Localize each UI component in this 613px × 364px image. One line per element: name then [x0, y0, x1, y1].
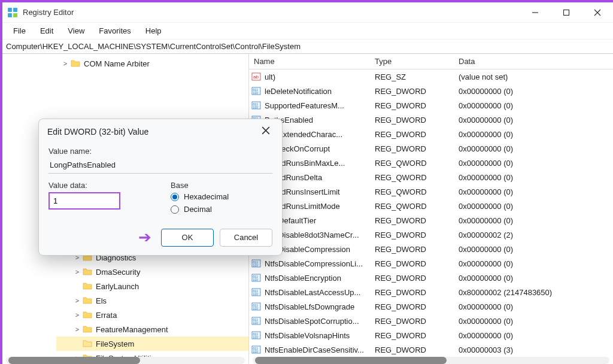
- registry-value-row[interactable]: 011110NtfsDisableSpotCorruptio... REG_DW…: [249, 314, 613, 328]
- registry-value-row[interactable]: 011110NtfsDisableCompression REG_DWORD 0…: [249, 242, 613, 256]
- value-type: REG_DWORD: [375, 317, 459, 326]
- chevron-right-icon[interactable]: >: [73, 311, 81, 318]
- value-data: 0x80000002 (2147483650): [459, 288, 613, 297]
- tree-item-label: FeatureManagement: [96, 325, 168, 334]
- registry-value-row[interactable]: 011110NtfsDisableLastAccessUp... REG_DWO…: [249, 285, 613, 299]
- value-name: NtfsDisableEncryption: [265, 274, 341, 283]
- tree-item[interactable]: >COM Name Arbiter: [56, 56, 248, 71]
- value-data: 0x00000000 (0): [459, 216, 613, 225]
- dialog-close-button[interactable]: [258, 125, 274, 138]
- registry-value-row[interactable]: 011110ugcheckOnCorrupt REG_DWORD 0x00000…: [249, 141, 613, 156]
- chevron-right-icon[interactable]: >: [73, 326, 81, 333]
- tree-item[interactable]: >Els: [56, 293, 248, 308]
- tree-item-label: EarlyLaunch: [96, 282, 139, 291]
- svg-text:110: 110: [253, 335, 259, 339]
- value-data: 0x00000000 (0): [459, 202, 613, 211]
- radio-decimal[interactable]: Decimal: [171, 205, 272, 214]
- value-data: 0x00000000 (0): [459, 101, 613, 110]
- cancel-button[interactable]: Cancel: [220, 229, 272, 247]
- registry-value-row[interactable]: abult) REG_SZ (value not set): [249, 69, 613, 84]
- value-type: REG_SZ: [375, 72, 459, 81]
- tree-item[interactable]: FileSystem: [56, 336, 248, 351]
- tree-item-label: FileSystem: [96, 339, 134, 348]
- value-data: 0x00000002 (2): [459, 230, 613, 239]
- tree-item[interactable]: >Errata: [56, 308, 248, 322]
- column-type[interactable]: Type: [375, 57, 459, 66]
- registry-value-row[interactable]: 011110achedRunsLimitMode REG_QWORD 0x000…: [249, 199, 613, 213]
- menu-help[interactable]: Help: [138, 24, 169, 38]
- registry-value-row[interactable]: 011110NtfsDisableVolsnapHints REG_DWORD …: [249, 328, 613, 342]
- registry-value-row[interactable]: 011110NtfsDefaultTier REG_DWORD 0x000000…: [249, 213, 613, 228]
- registry-value-row[interactable]: 011110NtfsDisableEncryption REG_DWORD 0x…: [249, 271, 613, 285]
- registry-value-row[interactable]: 011110achedRunsDelta REG_QWORD 0x0000000…: [249, 170, 613, 184]
- value-name: leDeleteNotification: [265, 87, 332, 96]
- value-data: 0x00000000 (0): [459, 259, 613, 268]
- value-data: 0x00000000 (0): [459, 274, 613, 283]
- svg-text:110: 110: [253, 307, 259, 310]
- value-data: 0x00000000 (0): [459, 317, 613, 326]
- maximize-button[interactable]: [556, 4, 577, 21]
- value-type: REG_DWORD: [375, 130, 459, 139]
- menu-favorites[interactable]: Favorites: [92, 24, 138, 38]
- ok-button[interactable]: OK: [161, 229, 214, 247]
- menu-file[interactable]: File: [6, 24, 33, 38]
- value-data: 0x00000000 (0): [459, 144, 613, 153]
- value-type: REG_QWORD: [375, 173, 459, 182]
- value-data: 0x00000000 (0): [459, 87, 613, 96]
- value-data: 0x00000000 (0): [459, 173, 613, 182]
- value-type: REG_DWORD: [375, 274, 459, 283]
- value-name: NtfsDisableSpotCorruptio...: [265, 317, 359, 326]
- list-pane: Name Type Data abult) REG_SZ (value not …: [249, 54, 613, 364]
- svg-text:110: 110: [253, 292, 259, 296]
- edit-dword-dialog: Edit DWORD (32-bit) Value Value name: Lo…: [38, 119, 283, 256]
- registry-value-row[interactable]: 011110PathsEnabled REG_DWORD 0x00000000 …: [249, 113, 613, 127]
- tree-item-label: Els: [96, 296, 107, 305]
- registry-value-row[interactable]: 011110achedRunsInsertLimit REG_QWORD 0x0…: [249, 184, 613, 199]
- list-scrollbar[interactable]: [253, 357, 609, 364]
- value-data: 0x00000000 (0): [459, 159, 613, 168]
- radio-hex-label: Hexadecimal: [184, 192, 229, 201]
- value-type: REG_DWORD: [375, 87, 459, 96]
- registry-value-row[interactable]: 011110llowExtendedCharac... REG_DWORD 0x…: [249, 127, 613, 141]
- svg-text:110: 110: [253, 278, 259, 281]
- radio-hexadecimal[interactable]: Hexadecimal: [171, 192, 272, 201]
- value-name-label: Value name:: [48, 147, 272, 156]
- menu-edit[interactable]: Edit: [33, 24, 60, 38]
- minimize-button[interactable]: [524, 4, 546, 21]
- svg-rect-2: [8, 13, 12, 17]
- registry-value-row[interactable]: 011110leDeleteNotification REG_DWORD 0x0…: [249, 84, 613, 98]
- chevron-right-icon[interactable]: >: [61, 60, 69, 67]
- address-bar[interactable]: Computer\HKEY_LOCAL_MACHINE\SYSTEM\Curre…: [2, 40, 613, 54]
- value-type: REG_DWORD: [375, 216, 459, 225]
- chevron-right-icon[interactable]: >: [73, 268, 81, 275]
- value-data: 0x00000000 (0): [459, 187, 613, 196]
- registry-value-row[interactable]: 011110NtfsDisableCompressionLi... REG_DW…: [249, 256, 613, 271]
- column-data[interactable]: Data: [459, 57, 613, 66]
- value-data-input[interactable]: [51, 195, 118, 207]
- registry-value-row[interactable]: 011110SupportedFeaturesM... REG_DWORD 0x…: [249, 98, 613, 113]
- tree-item[interactable]: EarlyLaunch: [56, 279, 248, 293]
- registry-value-row[interactable]: 011110achedRunsBinMaxLe... REG_QWORD 0x0…: [249, 156, 613, 170]
- tree-item[interactable]: >DmaSecurity: [56, 265, 248, 279]
- registry-value-row[interactable]: 011110NtfsDisableLfsDowngrade REG_DWORD …: [249, 299, 613, 314]
- tree-scrollbar[interactable]: [6, 357, 245, 364]
- close-button[interactable]: [587, 4, 608, 21]
- value-data: 0x00000000 (0): [459, 116, 613, 125]
- registry-value-row[interactable]: 011110NtfsEnableDirCaseSensitiv... REG_D…: [249, 342, 613, 357]
- value-type: REG_QWORD: [375, 202, 459, 211]
- value-type: REG_DWORD: [375, 288, 459, 297]
- value-data: (value not set): [459, 72, 613, 81]
- value-type: REG_DWORD: [375, 230, 459, 239]
- menu-view[interactable]: View: [60, 24, 92, 38]
- chevron-right-icon[interactable]: >: [73, 297, 81, 304]
- tree-item[interactable]: >FeatureManagement: [56, 322, 248, 336]
- svg-text:110: 110: [253, 321, 259, 324]
- value-name: NtfsDisableCompressionLi...: [265, 259, 363, 268]
- svg-rect-0: [8, 8, 12, 12]
- column-name[interactable]: Name: [249, 57, 375, 66]
- value-name: ult): [265, 72, 275, 81]
- value-type: REG_DWORD: [375, 245, 459, 254]
- registry-value-row[interactable]: 011110NtfsDisable8dot3NameCr... REG_DWOR…: [249, 228, 613, 242]
- value-type: REG_DWORD: [375, 116, 459, 125]
- titlebar: Registry Editor: [2, 2, 613, 23]
